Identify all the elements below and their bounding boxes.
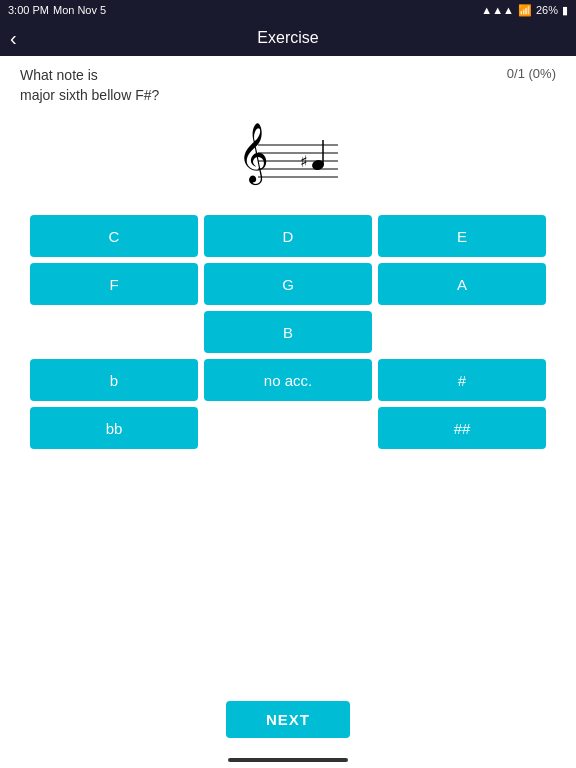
nav-title: Exercise <box>257 29 318 47</box>
date: Mon Nov 5 <box>53 4 106 16</box>
staff-container: 𝄞 ♯ <box>20 115 556 195</box>
sharp-sign: ♯ <box>300 153 308 170</box>
wifi-icon: 📶 <box>518 4 532 17</box>
acc-button-none[interactable]: no acc. <box>204 359 372 401</box>
note-button-e[interactable]: E <box>378 215 546 257</box>
acc-button-flat[interactable]: b <box>30 359 198 401</box>
empty-cell-3 <box>204 407 372 449</box>
question-text: What note is major sixth bellow F#? <box>20 66 159 105</box>
note-button-b[interactable]: B <box>204 311 372 353</box>
back-button[interactable]: ‹ <box>10 27 17 50</box>
signal-icon: ▲▲▲ <box>481 4 514 16</box>
main-content: What note is major sixth bellow F#? 0/1 … <box>0 56 576 459</box>
next-button[interactable]: NEXT <box>226 701 350 738</box>
question-area: What note is major sixth bellow F#? 0/1 … <box>20 66 556 105</box>
answer-grid: C D E F G A B b no acc. # bb ## <box>30 215 546 449</box>
battery-text: 26% <box>536 4 558 16</box>
acc-button-sharp[interactable]: # <box>378 359 546 401</box>
acc-button-double-flat[interactable]: bb <box>30 407 198 449</box>
note-button-d[interactable]: D <box>204 215 372 257</box>
nav-bar: ‹ Exercise <box>0 20 576 56</box>
home-indicator <box>228 758 348 762</box>
note-button-c[interactable]: C <box>30 215 198 257</box>
empty-cell-1 <box>30 311 198 353</box>
empty-cell-2 <box>378 311 546 353</box>
status-left: 3:00 PM Mon Nov 5 <box>8 4 106 16</box>
next-btn-container: NEXT <box>226 701 350 738</box>
acc-button-double-sharp[interactable]: ## <box>378 407 546 449</box>
status-right: ▲▲▲ 📶 26% ▮ <box>481 4 568 17</box>
battery-icon: ▮ <box>562 4 568 17</box>
note-button-g[interactable]: G <box>204 263 372 305</box>
progress-text: 0/1 (0%) <box>507 66 556 81</box>
time: 3:00 PM <box>8 4 49 16</box>
status-bar: 3:00 PM Mon Nov 5 ▲▲▲ 📶 26% ▮ <box>0 0 576 20</box>
note-button-f[interactable]: F <box>30 263 198 305</box>
note-button-a[interactable]: A <box>378 263 546 305</box>
staff-notation: 𝄞 ♯ <box>228 115 348 195</box>
